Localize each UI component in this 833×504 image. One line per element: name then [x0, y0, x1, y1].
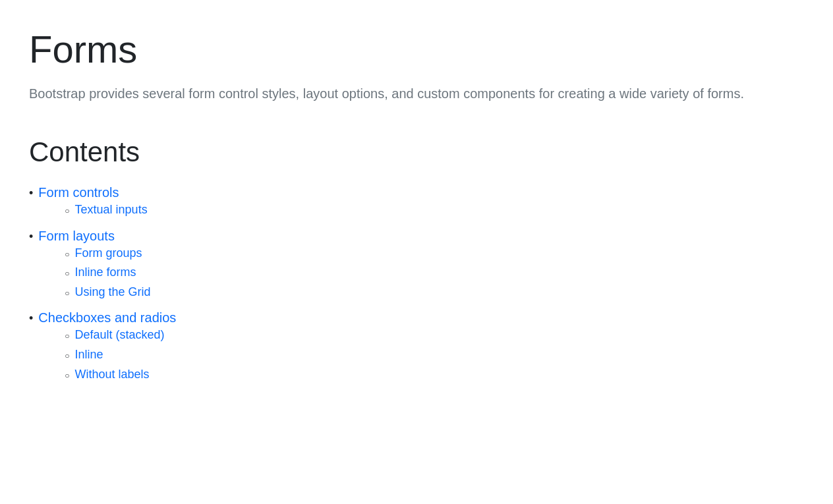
- toc-link-form-groups[interactable]: Form groups: [75, 246, 142, 260]
- toc-link-checkboxes-radios[interactable]: Checkboxes and radios: [38, 310, 176, 325]
- sub-bullet-icon: ○: [65, 349, 69, 364]
- bullet-icon: •: [29, 310, 33, 327]
- toc-item-form-layouts: • Form layouts ○ Form groups ○ Inline fo…: [29, 228, 804, 305]
- toc-subitem-using-the-grid: ○ Using the Grid: [65, 285, 150, 301]
- toc-link-form-layouts[interactable]: Form layouts: [38, 229, 115, 243]
- toc-subitem-inline: ○ Inline: [65, 348, 176, 364]
- toc-link-using-the-grid[interactable]: Using the Grid: [75, 285, 151, 299]
- toc-subitem-inline-forms: ○ Inline forms: [65, 266, 150, 281]
- toc-subitem-without-labels: ○ Without labels: [65, 368, 176, 383]
- sub-bullet-icon: ○: [65, 204, 69, 219]
- sub-bullet-icon: ○: [65, 267, 69, 281]
- toc-list: • Form controls ○ Textual inputs • Form …: [29, 184, 804, 387]
- page-title: Forms: [29, 26, 804, 72]
- toc-subitem-form-groups: ○ Form groups: [65, 246, 150, 262]
- toc-item-checkboxes-radios: • Checkboxes and radios ○ Default (stack…: [29, 310, 804, 387]
- page-description: Bootstrap provides several form control …: [29, 83, 780, 104]
- toc-subitem-default-stacked: ○ Default (stacked): [65, 328, 176, 344]
- sub-bullet-icon: ○: [65, 287, 69, 301]
- toc-link-without-labels[interactable]: Without labels: [75, 368, 150, 381]
- toc-subitem-textual-inputs: ○ Textual inputs: [65, 203, 147, 219]
- contents-heading: Contents: [29, 136, 804, 169]
- toc-link-inline[interactable]: Inline: [75, 348, 103, 362]
- bullet-icon: •: [29, 184, 33, 202]
- toc-link-default-stacked[interactable]: Default (stacked): [75, 328, 165, 342]
- toc-sublist-form-controls: ○ Textual inputs: [38, 203, 147, 219]
- sub-bullet-icon: ○: [65, 329, 69, 344]
- toc-item-form-controls: • Form controls ○ Textual inputs: [29, 184, 804, 223]
- toc-sublist-form-layouts: ○ Form groups ○ Inline forms ○ Using the…: [38, 246, 150, 301]
- toc-link-inline-forms[interactable]: Inline forms: [75, 266, 136, 279]
- toc-link-textual-inputs[interactable]: Textual inputs: [75, 203, 148, 217]
- sub-bullet-icon: ○: [65, 248, 69, 262]
- sub-bullet-icon: ○: [65, 369, 69, 383]
- bullet-icon: •: [29, 228, 33, 246]
- toc-sublist-checkboxes-radios: ○ Default (stacked) ○ Inline ○ Without l…: [38, 328, 176, 383]
- toc-link-form-controls[interactable]: Form controls: [38, 185, 119, 200]
